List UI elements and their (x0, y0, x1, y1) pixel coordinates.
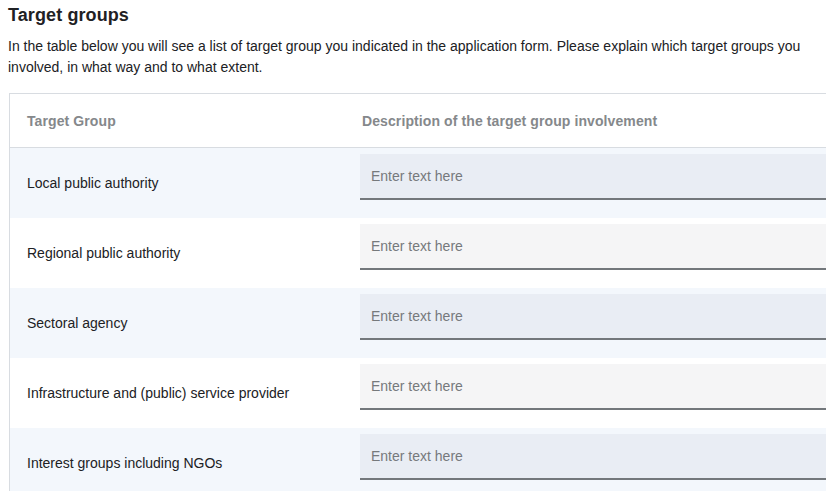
target-groups-page: Target groups In the table below you wil… (0, 0, 826, 491)
target-group-label: Infrastructure and (public) service prov… (10, 358, 352, 428)
description-cell (352, 288, 826, 358)
description-input[interactable] (360, 434, 826, 480)
description-cell (352, 358, 826, 428)
description-input[interactable] (360, 364, 826, 410)
table-row: Local public authority (10, 148, 826, 218)
column-header-target-group: Target Group (10, 113, 352, 129)
table-row: Regional public authority (10, 218, 826, 288)
target-group-label: Regional public authority (10, 218, 352, 288)
target-group-label: Local public authority (10, 148, 352, 218)
target-groups-table: Target Group Description of the target g… (9, 93, 826, 491)
description-input[interactable] (360, 224, 826, 270)
description-input[interactable] (360, 294, 826, 340)
table-row: Sectoral agency (10, 288, 826, 358)
intro-text: In the table below you will see a list o… (8, 36, 824, 78)
table-header-row: Target Group Description of the target g… (10, 94, 826, 148)
description-cell (352, 148, 826, 218)
target-group-label: Interest groups including NGOs (10, 428, 352, 491)
table-row: Infrastructure and (public) service prov… (10, 358, 826, 428)
column-header-description: Description of the target group involvem… (352, 113, 826, 129)
target-group-label: Sectoral agency (10, 288, 352, 358)
table-row: Interest groups including NGOs (10, 428, 826, 491)
description-cell (352, 218, 826, 288)
page-title: Target groups (8, 5, 826, 26)
description-cell (352, 428, 826, 491)
description-input[interactable] (360, 154, 826, 200)
